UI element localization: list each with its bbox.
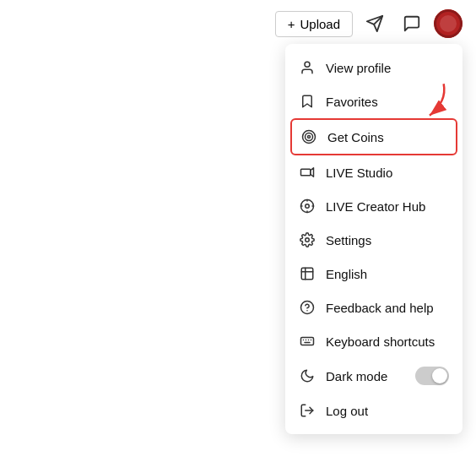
svg-point-9 bbox=[308, 136, 311, 139]
live-studio-label: LIVE Studio bbox=[326, 166, 449, 180]
settings-label: Settings bbox=[326, 233, 449, 247]
dark-mode-toggle[interactable] bbox=[415, 367, 449, 385]
creator-hub-icon bbox=[299, 198, 316, 215]
view-profile-label: View profile bbox=[326, 61, 449, 75]
favorites-label: Favorites bbox=[326, 95, 449, 109]
user-icon bbox=[299, 59, 316, 76]
settings-icon bbox=[299, 231, 316, 248]
menu-item-settings[interactable]: Settings bbox=[285, 223, 462, 257]
upload-button[interactable]: + Upload bbox=[275, 11, 353, 37]
english-label: English bbox=[326, 267, 449, 281]
menu-item-live-creator-hub[interactable]: LIVE Creator Hub bbox=[285, 189, 462, 223]
feedback-icon bbox=[299, 299, 316, 316]
svg-point-18 bbox=[306, 238, 310, 242]
topbar: + Upload bbox=[0, 0, 476, 47]
coins-icon bbox=[300, 128, 317, 145]
menu-item-view-profile[interactable]: View profile bbox=[285, 51, 462, 84]
toggle-knob bbox=[432, 368, 447, 383]
svg-rect-24 bbox=[301, 338, 314, 345]
menu-item-dark-mode[interactable]: Dark mode bbox=[285, 358, 462, 394]
menu-item-feedback[interactable]: Feedback and help bbox=[285, 291, 462, 324]
keyboard-icon bbox=[299, 333, 316, 350]
menu-item-live-studio[interactable]: LIVE Studio bbox=[285, 155, 462, 189]
feedback-label: Feedback and help bbox=[326, 301, 449, 315]
dark-mode-icon bbox=[299, 367, 316, 384]
send-icon-button[interactable] bbox=[360, 8, 390, 39]
log-out-label: Log out bbox=[326, 404, 449, 418]
message-icon-button[interactable] bbox=[397, 8, 427, 39]
logout-icon bbox=[299, 402, 316, 419]
bookmark-icon bbox=[299, 93, 316, 110]
upload-label: Upload bbox=[300, 17, 340, 31]
plus-icon: + bbox=[288, 17, 295, 31]
svg-point-8 bbox=[306, 133, 313, 141]
svg-rect-10 bbox=[301, 169, 311, 176]
svg-point-4 bbox=[440, 15, 457, 32]
live-creator-hub-label: LIVE Creator Hub bbox=[326, 199, 449, 214]
menu-item-english[interactable]: English bbox=[285, 257, 462, 291]
dropdown-menu: View profile Favorites Get Coins bbox=[285, 44, 462, 434]
live-studio-icon bbox=[299, 164, 316, 181]
language-icon bbox=[299, 265, 316, 282]
menu-item-log-out[interactable]: Log out bbox=[285, 394, 462, 427]
svg-point-6 bbox=[305, 62, 310, 67]
svg-point-13 bbox=[306, 204, 310, 209]
dark-mode-label: Dark mode bbox=[326, 369, 405, 383]
avatar[interactable] bbox=[434, 9, 462, 38]
get-coins-label: Get Coins bbox=[327, 130, 447, 144]
menu-item-keyboard-shortcuts[interactable]: Keyboard shortcuts bbox=[285, 324, 462, 358]
menu-item-get-coins[interactable]: Get Coins bbox=[290, 118, 457, 155]
keyboard-shortcuts-label: Keyboard shortcuts bbox=[326, 334, 449, 349]
menu-item-favorites[interactable]: Favorites bbox=[285, 84, 462, 118]
svg-rect-19 bbox=[301, 268, 313, 280]
